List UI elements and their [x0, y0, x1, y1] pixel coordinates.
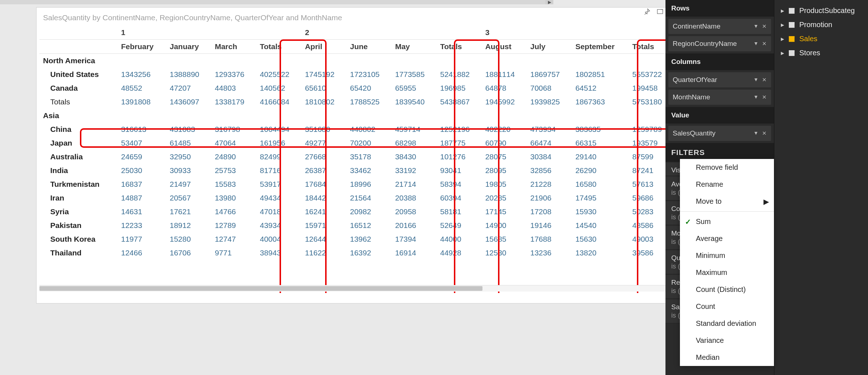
month-header: Totals: [437, 40, 482, 54]
rows-header: Rows: [665, 0, 774, 17]
remove-field-icon[interactable]: ✕: [762, 23, 767, 30]
month-header: May: [391, 40, 437, 54]
quarter-header: 2: [301, 26, 482, 40]
menu-item-aggregation[interactable]: Minimum: [680, 247, 774, 264]
table-icon: [788, 50, 795, 56]
chevron-down-icon[interactable]: ▼: [753, 77, 758, 83]
remove-field-icon[interactable]: ✕: [762, 77, 767, 83]
field-table-item[interactable]: ▶ ProductSubcateg: [774, 4, 868, 18]
field-table-item[interactable]: ▶ Sales: [774, 32, 868, 46]
continent-row[interactable]: North America: [39, 54, 674, 68]
country-row[interactable]: Australia2465932950248908249927668351783…: [39, 150, 674, 164]
remove-field-icon[interactable]: ✕: [762, 94, 767, 100]
country-row[interactable]: United States134325613888901293376402552…: [39, 68, 674, 81]
totals-row: Totals1391808143609713381794166084181080…: [39, 95, 674, 109]
chevron-down-icon[interactable]: ▼: [753, 23, 758, 30]
menu-item-aggregation[interactable]: Maximum: [680, 264, 774, 281]
check-icon: ✓: [685, 217, 691, 226]
menu-item-moveto[interactable]: Move to▶: [680, 193, 774, 210]
country-row[interactable]: Iran148872056713980494341844221564203886…: [39, 191, 674, 205]
table-icon: [788, 36, 795, 42]
remove-field-icon[interactable]: ✕: [762, 40, 767, 47]
month-header: April: [301, 40, 346, 54]
table-icon: [788, 22, 795, 28]
month-header: January: [166, 40, 211, 54]
continent-row[interactable]: Asia: [39, 109, 674, 122]
month-header: March: [211, 40, 256, 54]
value-field-well[interactable]: SalesQuantity▼✕: [668, 126, 771, 141]
focus-mode-icon[interactable]: [656, 8, 664, 16]
svg-rect-2: [789, 8, 795, 10]
month-header: February: [118, 40, 166, 54]
expand-icon[interactable]: ▶: [781, 36, 784, 42]
expand-icon[interactable]: ▶: [781, 22, 784, 27]
country-row[interactable]: Syria14631176211476647018162412098220958…: [39, 205, 674, 219]
country-row[interactable]: Japan53407614854706416195649277702006829…: [39, 136, 674, 150]
columns-field-well[interactable]: MonthName▼✕: [668, 90, 771, 105]
country-row[interactable]: Canada4855247207448031405626561065420659…: [39, 81, 674, 95]
horizontal-scrollbar[interactable]: [39, 285, 672, 292]
month-header: August: [482, 40, 527, 54]
expand-icon[interactable]: ▶: [781, 51, 784, 56]
value-header: Value: [665, 107, 774, 124]
month-header: Totals: [256, 40, 302, 54]
menu-item-aggregation[interactable]: Count (Distinct): [680, 281, 774, 298]
report-canvas[interactable]: ▶ ··· SalesQuantity by ContinentName, Re…: [0, 0, 665, 375]
field-table-item[interactable]: ▶ Promotion: [774, 18, 868, 32]
columns-field-well[interactable]: QuarterOfYear▼✕: [668, 72, 771, 87]
menu-item-aggregation[interactable]: Average: [680, 230, 774, 247]
svg-rect-0: [658, 9, 663, 14]
fields-pane[interactable]: ▶ ProductSubcateg▶ Promotion▶ Sales▶ Sto…: [774, 0, 868, 375]
country-row[interactable]: Turkmenistan1683721497155835391717684189…: [39, 177, 674, 191]
menu-item-aggregation[interactable]: Count: [680, 298, 774, 315]
chevron-down-icon[interactable]: ▼: [753, 40, 758, 47]
pin-icon[interactable]: [643, 8, 651, 16]
visualizations-pane[interactable]: Rows ContinentName▼✕RegionCountryName▼✕ …: [665, 0, 774, 375]
matrix-table: 123FebruaryJanuaryMarchTotalsAprilJuneMa…: [39, 26, 674, 260]
menu-item-aggregation[interactable]: Variance: [680, 332, 774, 349]
rows-field-well[interactable]: RegionCountryName▼✕: [668, 36, 771, 51]
menu-item-aggregation[interactable]: Median: [680, 349, 774, 366]
menu-item-aggregation[interactable]: Standard deviation: [680, 315, 774, 332]
field-table-item[interactable]: ▶ Stores: [774, 46, 868, 60]
columns-header: Columns: [665, 53, 774, 70]
remove-field-icon[interactable]: ✕: [762, 130, 767, 137]
field-context-menu[interactable]: Remove fieldRenameMove to▶✓SumAverageMin…: [680, 159, 774, 366]
matrix-body: 123FebruaryJanuaryMarchTotalsAprilJuneMa…: [37, 26, 680, 293]
country-row[interactable]: South Korea11977152801274740004126441396…: [39, 232, 674, 246]
right-panels: Rows ContinentName▼✕RegionCountryName▼✕ …: [665, 0, 868, 375]
matrix-visual[interactable]: ··· SalesQuantity by ContinentName, Regi…: [36, 7, 680, 303]
table-icon: [788, 8, 795, 14]
month-header: September: [572, 40, 629, 54]
chevron-right-icon: ▶: [763, 197, 769, 206]
canvas-horiz-scrollbar[interactable]: ▶: [0, 0, 553, 4]
country-row[interactable]: China31661343108331679810644943516804408…: [39, 122, 674, 136]
country-row[interactable]: India25030309332575381716263873346233192…: [39, 164, 674, 177]
country-row[interactable]: Thailand12466167069771389431162216392169…: [39, 246, 674, 260]
country-row[interactable]: Pakistan12233189121278943934159711651220…: [39, 219, 674, 232]
rows-field-well[interactable]: ContinentName▼✕: [668, 19, 771, 34]
svg-rect-8: [789, 50, 795, 52]
chevron-down-icon[interactable]: ▼: [753, 94, 758, 100]
menu-item[interactable]: Remove field: [680, 159, 774, 176]
quarter-header: 3: [482, 26, 674, 40]
month-header: June: [346, 40, 392, 54]
expand-icon[interactable]: ▶: [781, 8, 784, 13]
chevron-down-icon[interactable]: ▼: [753, 130, 758, 137]
month-header: July: [527, 40, 572, 54]
menu-item[interactable]: Rename: [680, 176, 774, 193]
menu-item-aggregation[interactable]: ✓Sum: [680, 213, 774, 230]
quarter-header: 1: [118, 26, 301, 40]
svg-rect-6: [789, 36, 795, 38]
visual-title: SalesQuantity by ContinentName, RegionCo…: [37, 8, 680, 26]
svg-rect-4: [789, 22, 795, 24]
